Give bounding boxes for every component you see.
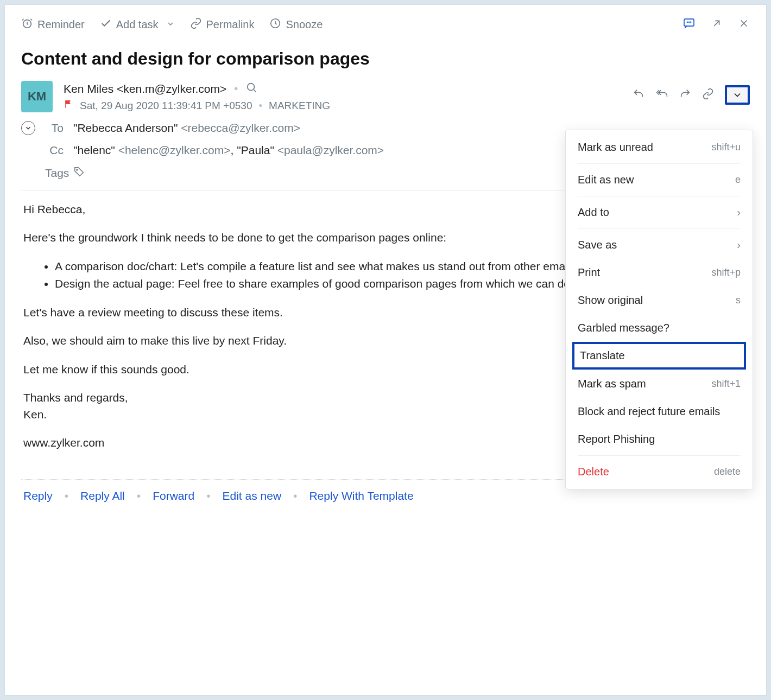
cc-recipients: "helenc" <helenc@zylker.com>, "Paula" <p… <box>73 144 384 157</box>
reply-button[interactable]: Reply <box>23 489 53 502</box>
svg-point-7 <box>77 169 78 170</box>
flag-icon[interactable] <box>64 99 73 112</box>
menu-edit-as-new[interactable]: Edit as newe <box>566 166 753 194</box>
message-header: KM Ken Miles <ken.m@zylker.com> • Sat, 2… <box>5 81 766 112</box>
forward-button[interactable]: Forward <box>153 489 194 502</box>
email-toolbar: Reminder Add task Permalink Snooze <box>5 5 766 39</box>
tags-label: Tags <box>45 167 64 180</box>
reply-icon[interactable] <box>633 88 644 103</box>
email-date: Sat, 29 Aug 2020 11:39:41 PM +0530 <box>80 100 252 112</box>
chevron-down-icon <box>166 18 175 31</box>
email-panel: Reminder Add task Permalink Snooze <box>4 4 767 696</box>
email-category: MARKETING <box>269 100 330 112</box>
cc-label: Cc <box>45 144 64 157</box>
menu-print[interactable]: Printshift+p <box>566 259 753 287</box>
alarm-icon <box>21 17 33 32</box>
message-actions <box>633 85 750 105</box>
to-recipient: "Rebecca Anderson" <rebecca@zylker.com> <box>73 122 300 135</box>
more-actions-menu: Mark as unreadshift+u Edit as newe Add t… <box>565 130 753 489</box>
sender-name: Ken Miles <ken.m@zylker.com> <box>64 82 226 96</box>
permalink-button[interactable]: Permalink <box>190 17 255 32</box>
permalink-label: Permalink <box>206 18 255 31</box>
menu-garbled[interactable]: Garbled message? <box>566 314 753 342</box>
clock-icon <box>269 17 281 32</box>
forward-icon[interactable] <box>679 88 691 103</box>
reminder-button[interactable]: Reminder <box>21 17 85 32</box>
reply-all-icon[interactable] <box>655 88 668 103</box>
search-icon[interactable] <box>245 81 257 96</box>
svg-point-4 <box>689 22 690 23</box>
chat-icon[interactable] <box>682 17 696 33</box>
reply-all-button[interactable]: Reply All <box>80 489 125 502</box>
menu-translate[interactable]: Translate <box>572 342 746 370</box>
chevron-down-icon <box>730 88 744 101</box>
link-icon <box>190 17 202 32</box>
menu-add-to[interactable]: Add to› <box>566 199 753 226</box>
avatar: KM <box>21 81 53 112</box>
check-icon <box>100 17 112 32</box>
email-subject: Content and design for comparison pages <box>5 39 766 81</box>
snooze-button[interactable]: Snooze <box>269 17 323 32</box>
menu-mark-unread[interactable]: Mark as unreadshift+u <box>566 133 753 161</box>
svg-point-5 <box>691 22 691 23</box>
menu-report-phishing[interactable]: Report Phishing <box>566 425 753 453</box>
tag-icon[interactable] <box>73 166 85 180</box>
snooze-label: Snooze <box>286 18 323 31</box>
attachment-link-icon[interactable] <box>702 88 714 103</box>
expand-recipients-icon[interactable] <box>21 121 35 135</box>
to-label: To <box>45 122 64 135</box>
add-task-button[interactable]: Add task <box>100 17 175 32</box>
add-task-label: Add task <box>116 18 159 31</box>
open-external-icon[interactable] <box>711 17 723 32</box>
menu-mark-spam[interactable]: Mark as spamshift+1 <box>566 370 753 398</box>
menu-block[interactable]: Block and reject future emails <box>566 398 753 425</box>
svg-point-6 <box>248 84 255 91</box>
reminder-label: Reminder <box>37 18 85 31</box>
reply-with-template-button[interactable]: Reply With Template <box>309 489 413 502</box>
menu-show-original[interactable]: Show originals <box>566 287 753 314</box>
svg-point-3 <box>687 22 688 23</box>
menu-save-as[interactable]: Save as› <box>566 231 753 259</box>
menu-delete[interactable]: Deletedelete <box>566 458 753 486</box>
edit-as-new-button[interactable]: Edit as new <box>223 489 282 502</box>
close-icon[interactable] <box>738 17 750 32</box>
more-actions-button[interactable] <box>725 85 750 105</box>
